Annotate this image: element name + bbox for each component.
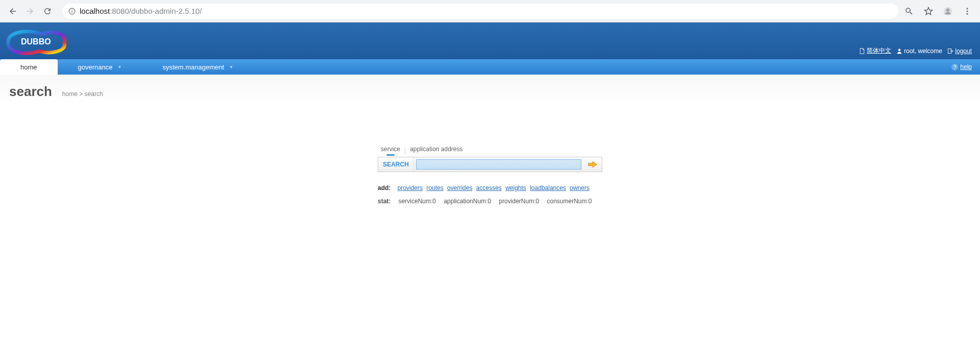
nav-governance[interactable]: governance xyxy=(58,59,142,75)
help-icon: ? xyxy=(951,64,958,70)
star-icon[interactable] xyxy=(924,7,933,16)
add-owners[interactable]: owners xyxy=(570,184,590,192)
search-label: SEARCH xyxy=(378,157,414,172)
reload-icon[interactable] xyxy=(43,7,52,16)
add-overrides[interactable]: overrides xyxy=(447,184,472,192)
forward-icon[interactable] xyxy=(26,7,35,16)
nav-menu: home governance system.management ? help xyxy=(0,59,980,75)
lang-section[interactable]: 简体中文 xyxy=(859,46,891,55)
logo-text: DUBBO xyxy=(21,37,51,46)
stat-service-num: serviceNum:0 xyxy=(399,198,436,205)
user-section: root, welcome xyxy=(896,47,942,55)
stat-application-num: applicationNum:0 xyxy=(444,198,491,205)
add-accesses[interactable]: accesses xyxy=(476,184,502,192)
arrow-right-icon xyxy=(587,161,598,168)
stat-label: stat: xyxy=(378,198,390,205)
svg-point-4 xyxy=(946,8,949,11)
svg-rect-1 xyxy=(71,10,72,12)
zoom-icon[interactable] xyxy=(904,7,914,16)
search-panel: service | application address SEARCH add… xyxy=(378,146,602,205)
add-label: add: xyxy=(378,184,390,192)
content-header: search home > search xyxy=(0,75,980,105)
stat-row: stat: serviceNum:0 applicationNum:0 prov… xyxy=(378,198,602,205)
nav-home[interactable]: home xyxy=(0,59,58,75)
back-icon[interactable] xyxy=(8,7,17,16)
header-banner: DUBBO 简体中文 root, welcome logout xyxy=(0,22,980,59)
logout-link[interactable]: logout xyxy=(955,47,972,55)
url-bar[interactable]: localhost:8080/dubbo-admin-2.5.10/ xyxy=(62,4,898,19)
svg-point-8 xyxy=(898,49,901,52)
dubbo-logo[interactable]: DUBBO xyxy=(3,27,69,59)
add-weights[interactable]: weights xyxy=(505,184,526,192)
add-loadbalances[interactable]: loadbalances xyxy=(530,184,566,192)
url-host: localhost xyxy=(80,7,110,15)
breadcrumb: home > search xyxy=(62,90,103,98)
search-input[interactable] xyxy=(416,159,581,170)
nav-system-management[interactable]: system.management xyxy=(142,59,254,75)
document-icon xyxy=(859,48,865,54)
svg-point-5 xyxy=(967,8,968,9)
logout-icon xyxy=(947,48,953,54)
logout-section[interactable]: logout xyxy=(947,47,972,55)
stat-provider-num: providerNum:0 xyxy=(499,198,539,205)
url-path: /dubbo-admin-2.5.10/ xyxy=(129,7,202,15)
user-text: root, welcome xyxy=(904,47,942,55)
tab-separator: | xyxy=(404,147,406,154)
browser-chrome: localhost:8080/dubbo-admin-2.5.10/ xyxy=(0,0,980,22)
url-info-icon xyxy=(68,8,76,15)
search-go-button[interactable] xyxy=(583,157,602,172)
nav-spacer xyxy=(254,59,943,75)
browser-actions xyxy=(904,7,976,16)
help-link[interactable]: help xyxy=(960,63,972,70)
nav-help[interactable]: ? help xyxy=(943,59,980,75)
svg-rect-2 xyxy=(71,9,72,10)
add-links: providers routes overrides accesses weig… xyxy=(398,184,592,192)
svg-point-7 xyxy=(967,13,968,14)
browser-nav-buttons xyxy=(4,7,56,16)
add-providers[interactable]: providers xyxy=(398,184,423,192)
search-tab-app-address[interactable]: application address xyxy=(410,146,462,156)
lang-link[interactable]: 简体中文 xyxy=(867,47,891,54)
search-tabs: service | application address xyxy=(378,146,602,156)
header-links: 简体中文 root, welcome logout xyxy=(859,46,972,55)
add-row: add: providers routes overrides accesses… xyxy=(378,184,602,192)
search-tab-service[interactable]: service xyxy=(381,146,400,156)
main-content: service | application address SEARCH add… xyxy=(0,105,980,205)
search-box: SEARCH xyxy=(378,157,602,172)
page-title: search xyxy=(9,84,52,100)
user-icon xyxy=(896,48,902,54)
profile-icon[interactable] xyxy=(943,7,952,16)
svg-point-6 xyxy=(967,10,968,12)
url-port: :8080 xyxy=(110,7,129,15)
stat-consumer-num: consumerNum:0 xyxy=(547,198,592,205)
add-routes[interactable]: routes xyxy=(426,184,443,192)
menu-icon[interactable] xyxy=(963,7,972,16)
